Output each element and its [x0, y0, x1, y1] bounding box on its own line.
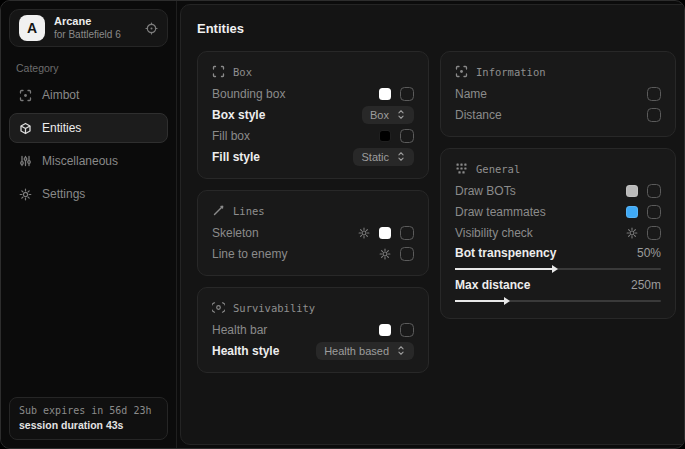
session-duration-text: session duration 43s	[19, 419, 158, 431]
bot-transparency-label: Bot transpenency	[455, 246, 637, 260]
row-fill-box: Fill box	[212, 125, 414, 146]
name-checkbox[interactable]	[647, 87, 661, 101]
draw-bots-color-swatch[interactable]	[626, 185, 638, 197]
sidebar-item-aimbot[interactable]: Aimbot	[9, 80, 168, 110]
panel-general: General Draw BOTs Draw teammates	[440, 148, 676, 319]
box-style-label: Box style	[212, 108, 362, 122]
fill-style-label: Fill style	[212, 150, 353, 164]
bot-transparency-slider-fill	[455, 268, 552, 270]
page-title: Entities	[197, 21, 676, 36]
health-style-value: Health based	[324, 345, 389, 357]
fill-box-color-swatch[interactable]	[379, 130, 391, 142]
cube-icon	[19, 122, 32, 135]
max-distance-slider-fill	[455, 300, 504, 302]
fill-style-value: Static	[361, 151, 389, 163]
brand-card: A Arcane for Battlefield 6	[9, 9, 168, 47]
sidebar-item-settings[interactable]: Settings	[9, 179, 168, 209]
fill-box-label: Fill box	[212, 129, 379, 143]
health-bar-checkbox[interactable]	[400, 323, 414, 337]
brand-title: Arcane	[54, 15, 121, 28]
draw-bots-label: Draw BOTs	[455, 184, 626, 198]
crosshair-icon	[19, 89, 32, 102]
row-draw-teammates: Draw teammates	[455, 201, 661, 222]
panel-survivability: Survivability Health bar Health style	[197, 287, 429, 373]
sub-expiry-text: Sub expires in 56d 23h	[19, 405, 158, 416]
max-distance-label: Max distance	[455, 278, 631, 292]
health-bar-label: Health bar	[212, 323, 379, 337]
bot-transparency-value: 50%	[637, 246, 661, 260]
fill-style-select[interactable]: Static	[353, 148, 414, 166]
line-to-enemy-label: Line to enemy	[212, 247, 379, 261]
bounding-box-checkbox[interactable]	[400, 87, 414, 101]
row-name: Name	[455, 83, 661, 104]
row-skeleton: Skeleton	[212, 222, 414, 243]
box-style-value: Box	[370, 109, 389, 121]
pulse-icon	[212, 301, 225, 314]
draw-bots-checkbox[interactable]	[647, 184, 661, 198]
sidebar-item-entities[interactable]: Entities	[9, 113, 168, 143]
visibility-check-settings-gear-icon[interactable]	[626, 227, 638, 239]
sidebar-item-label: Miscellaneous	[42, 154, 118, 168]
row-box-style: Box style Box	[212, 104, 414, 125]
sidebar-nav: Aimbot Entities Miscellaneous Settings	[9, 80, 168, 209]
health-bar-color-swatch[interactable]	[379, 324, 391, 336]
panel-title: Box	[233, 66, 252, 78]
bot-transparency-slider[interactable]	[455, 268, 661, 270]
panel-title: Lines	[233, 205, 265, 217]
target-icon[interactable]	[145, 22, 158, 35]
draw-teammates-label: Draw teammates	[455, 205, 626, 219]
sliders-icon	[19, 155, 32, 168]
panel-title: General	[476, 163, 520, 175]
panel-title: Survivability	[233, 302, 315, 314]
row-draw-bots: Draw BOTs	[455, 180, 661, 201]
bot-transparency-slider-group: Bot transpenency 50%	[455, 243, 661, 275]
brand-subtitle: for Battlefield 6	[54, 29, 121, 41]
sidebar-item-label: Settings	[42, 187, 85, 201]
line-to-enemy-checkbox[interactable]	[400, 247, 414, 261]
distance-label: Distance	[455, 108, 647, 122]
box-brackets-icon	[212, 65, 225, 78]
subscription-info: Sub expires in 56d 23h session duration …	[9, 397, 168, 440]
main-area: Entities Box Bounding box	[177, 1, 685, 448]
app-window: A Arcane for Battlefield 6 Category Aimb…	[0, 0, 685, 449]
bounding-box-color-swatch[interactable]	[379, 88, 391, 100]
chevron-up-down-icon	[396, 151, 406, 162]
draw-teammates-checkbox[interactable]	[647, 205, 661, 219]
row-health-bar: Health bar	[212, 319, 414, 340]
skeleton-color-swatch[interactable]	[379, 227, 391, 239]
sidebar-item-miscellaneous[interactable]: Miscellaneous	[9, 146, 168, 176]
gear-icon	[19, 188, 32, 201]
row-bounding-box: Bounding box	[212, 83, 414, 104]
visibility-check-checkbox[interactable]	[647, 226, 661, 240]
line-to-enemy-settings-gear-icon[interactable]	[379, 248, 391, 260]
max-distance-slider[interactable]	[455, 300, 661, 302]
sidebar-item-label: Entities	[42, 121, 81, 135]
row-fill-style: Fill style Static	[212, 146, 414, 167]
skeleton-checkbox[interactable]	[400, 226, 414, 240]
row-distance: Distance	[455, 104, 661, 125]
grid-icon	[455, 162, 468, 175]
panel-title: Information	[476, 66, 546, 78]
skeleton-settings-gear-icon[interactable]	[358, 227, 370, 239]
line-icon	[212, 204, 225, 217]
avatar: A	[19, 15, 45, 41]
row-visibility-check: Visibility check	[455, 222, 661, 243]
draw-teammates-color-swatch[interactable]	[626, 206, 638, 218]
health-style-select[interactable]: Health based	[316, 342, 414, 360]
row-health-style: Health style Health based	[212, 340, 414, 361]
main-card: Entities Box Bounding box	[180, 4, 685, 445]
bounding-box-label: Bounding box	[212, 87, 379, 101]
panel-lines: Lines Skeleton Line	[197, 190, 429, 276]
distance-checkbox[interactable]	[647, 108, 661, 122]
row-line-to-enemy: Line to enemy	[212, 243, 414, 264]
visibility-check-label: Visibility check	[455, 226, 626, 240]
box-style-select[interactable]: Box	[362, 106, 414, 124]
skeleton-label: Skeleton	[212, 226, 358, 240]
chevron-up-down-icon	[396, 109, 406, 120]
name-label: Name	[455, 87, 647, 101]
panel-box: Box Bounding box Box style	[197, 51, 429, 179]
panel-information: Information Name Distance	[440, 51, 676, 137]
fill-box-checkbox[interactable]	[400, 129, 414, 143]
max-distance-value: 250m	[631, 278, 661, 292]
sidebar: A Arcane for Battlefield 6 Category Aimb…	[1, 1, 177, 448]
